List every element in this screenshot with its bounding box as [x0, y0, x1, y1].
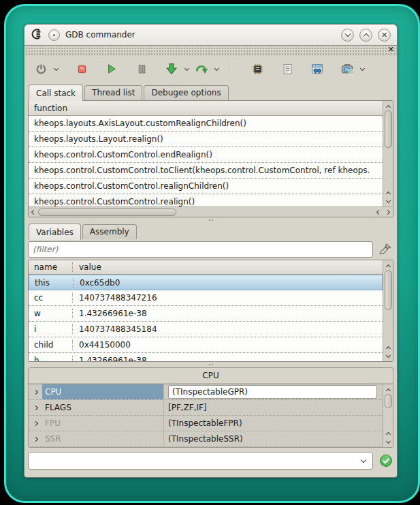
command-input[interactable]: [29, 454, 355, 468]
scroll-track[interactable]: [384, 270, 393, 343]
stop-button[interactable]: [74, 60, 90, 78]
column-header-value[interactable]: value: [73, 262, 383, 272]
variable-value: 0x44150000: [73, 340, 383, 350]
step-in-dropdown[interactable]: [182, 60, 191, 78]
variable-name: w: [29, 309, 73, 318]
close-icon: ✕: [381, 31, 387, 39]
send-command-button[interactable]: [378, 453, 393, 468]
panel-splitter[interactable]: [28, 217, 393, 223]
tab-call-stack[interactable]: Call stack: [29, 85, 83, 101]
panel-splitter[interactable]: [28, 362, 393, 367]
callstack-row[interactable]: kheops.control.CustomControl.endRealign(…: [29, 147, 383, 163]
scroll-up-arrow[interactable]: [384, 343, 393, 352]
snapshot-button[interactable]: [339, 60, 355, 78]
toolbar-separator: [229, 61, 230, 76]
callstack-row[interactable]: kheops.control.CustomControl.realignChil…: [29, 179, 383, 194]
cpu-vertical-scrollbar[interactable]: [383, 384, 393, 447]
step-over-dropdown[interactable]: [212, 60, 221, 78]
callstack-panel: function kheops.layouts.AxisLayout.custo…: [28, 100, 393, 217]
cpu-row[interactable]: FPU (TInspectableFPR): [29, 416, 383, 431]
cpu-view-button[interactable]: [249, 60, 265, 78]
step-in-button[interactable]: [163, 60, 180, 78]
variables-vertical-scrollbar[interactable]: [383, 260, 393, 361]
scroll-thumb[interactable]: [385, 270, 392, 310]
callstack-vertical-scrollbar[interactable]: [383, 101, 393, 206]
window-menu-button[interactable]: [48, 29, 60, 41]
callstack-horizontal-scrollbar[interactable]: [29, 206, 393, 217]
tab-assembly[interactable]: Assembly: [82, 224, 137, 239]
variable-row[interactable]: i 140737488345184: [29, 322, 383, 337]
scroll-left-arrow[interactable]: [29, 208, 38, 217]
column-header-name[interactable]: name: [29, 262, 73, 272]
scroll-track[interactable]: [384, 110, 393, 188]
debug-tabbar: Call stack Thread list Debugee options: [28, 84, 393, 100]
callstack-row[interactable]: kheops.layouts.Layout.realign(): [29, 132, 383, 147]
curved-arrow-icon: [195, 63, 208, 75]
close-button[interactable]: ✕: [378, 29, 391, 42]
dock-handle[interactable]: ✕: [25, 46, 397, 55]
output-view-button[interactable]: [279, 60, 295, 78]
cpu-row-name: SSR: [42, 431, 164, 446]
scroll-up-arrow[interactable]: [384, 429, 393, 438]
filter-input[interactable]: [28, 241, 373, 258]
scroll-thumb[interactable]: [385, 394, 392, 408]
variable-row[interactable]: this 0xc65db0: [29, 275, 383, 290]
scroll-down-arrow[interactable]: [384, 197, 393, 206]
watch-view-button[interactable]: [309, 60, 325, 78]
power-dropdown[interactable]: [52, 60, 60, 78]
camera-add-icon: [341, 63, 353, 75]
expander-icon[interactable]: [29, 422, 42, 425]
clear-filter-button[interactable]: [377, 241, 393, 258]
cpu-row[interactable]: FLAGS [PF,ZF,IF]: [29, 400, 383, 416]
scroll-up-arrow[interactable]: [384, 385, 393, 394]
scroll-thumb[interactable]: [385, 110, 392, 148]
variable-row[interactable]: cc 140737488347216: [29, 290, 383, 306]
snapshot-dropdown[interactable]: [358, 60, 366, 78]
scroll-up-arrow[interactable]: [384, 102, 393, 110]
callstack-row[interactable]: kheops.control.CustomControl.toClient(kh…: [29, 163, 383, 179]
variable-value: 0xc65db0: [74, 278, 382, 288]
callstack-row[interactable]: kheops.layouts.AxisLayout.customRealignC…: [29, 116, 383, 132]
variable-row[interactable]: w 1.43266961e-38: [29, 306, 383, 322]
tab-variables[interactable]: Variables: [29, 224, 81, 240]
cpu-panel-title: CPU: [29, 368, 393, 384]
inspector-window-icon: [311, 63, 323, 75]
cpu-value-field[interactable]: (TInspectableGPR): [168, 385, 377, 399]
callstack-header-function[interactable]: function: [29, 101, 383, 116]
expander-icon[interactable]: [29, 406, 42, 410]
variable-value: 140737488347216: [73, 293, 383, 303]
cpu-row-value: (TInspectableGPR): [164, 385, 383, 399]
dock-close-button[interactable]: ✕: [388, 45, 394, 54]
minimize-button[interactable]: [341, 29, 354, 42]
scroll-up-arrow[interactable]: [384, 188, 393, 197]
variables-table: name value this 0xc65db0 cc 140737488347…: [29, 260, 383, 361]
callstack-row[interactable]: kheops.control.CustomControl.realign(): [29, 194, 383, 206]
power-icon: [35, 63, 47, 75]
variables-header: name value: [29, 260, 383, 275]
combo-dropdown-button[interactable]: [355, 453, 372, 469]
cpu-row[interactable]: SSR (TInspectableSSR): [29, 431, 383, 447]
pause-button[interactable]: [133, 60, 150, 78]
scroll-down-arrow[interactable]: [384, 438, 393, 446]
run-button[interactable]: [103, 60, 120, 78]
power-button[interactable]: [33, 60, 49, 78]
scroll-track[interactable]: [38, 208, 374, 217]
scroll-down-arrow[interactable]: [384, 352, 393, 361]
variable-row[interactable]: h 1.43266961e-38: [29, 353, 383, 361]
check-icon: [379, 454, 393, 468]
variable-row[interactable]: child 0x44150000: [29, 337, 383, 353]
scroll-left-arrow[interactable]: [374, 208, 383, 217]
maximize-button[interactable]: [359, 29, 372, 42]
scroll-up-arrow[interactable]: [384, 261, 393, 270]
step-over-button[interactable]: [193, 60, 210, 78]
expander-icon[interactable]: [29, 391, 42, 394]
expander-icon[interactable]: [29, 438, 42, 441]
gdb-command-combobox[interactable]: [28, 452, 373, 470]
scroll-right-arrow[interactable]: [383, 208, 392, 217]
scroll-thumb[interactable]: [38, 209, 176, 216]
tab-thread-list[interactable]: Thread list: [84, 85, 142, 100]
scroll-track[interactable]: [384, 394, 393, 429]
inspector-tabbar: Variables Assembly: [28, 223, 393, 239]
tab-debugee-options[interactable]: Debugee options: [144, 85, 228, 100]
cpu-row[interactable]: CPU (TInspectableGPR): [29, 384, 383, 400]
